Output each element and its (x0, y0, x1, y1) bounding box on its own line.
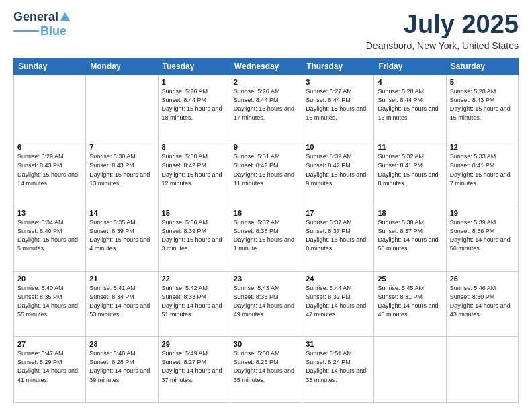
calendar-day-cell: 17Sunrise: 5:37 AM Sunset: 8:37 PM Dayli… (302, 206, 374, 272)
calendar-day-cell (374, 337, 446, 403)
calendar-day-cell: 9Sunrise: 5:31 AM Sunset: 8:42 PM Daylig… (230, 140, 302, 206)
day-info: Sunrise: 5:44 AM Sunset: 8:32 PM Dayligh… (306, 284, 370, 319)
day-number: 5 (450, 78, 515, 86)
day-number: 24 (306, 275, 370, 283)
day-info: Sunrise: 5:29 AM Sunset: 8:43 PM Dayligh… (17, 152, 82, 187)
day-number: 30 (234, 340, 298, 348)
day-number: 14 (89, 209, 154, 217)
day-number: 21 (89, 275, 154, 283)
calendar-day-cell: 18Sunrise: 5:38 AM Sunset: 8:37 PM Dayli… (374, 206, 446, 272)
title-block: July 2025 Deansboro, New York, United St… (366, 11, 519, 51)
day-info: Sunrise: 5:37 AM Sunset: 8:37 PM Dayligh… (306, 218, 370, 253)
calendar-day-cell: 27Sunrise: 5:47 AM Sunset: 8:29 PM Dayli… (14, 337, 86, 403)
calendar-header-row: SundayMondayTuesdayWednesdayThursdayFrid… (14, 58, 519, 75)
day-number: 4 (378, 78, 442, 86)
day-number: 17 (306, 209, 370, 217)
calendar-day-cell: 5Sunrise: 5:28 AM Sunset: 8:43 PM Daylig… (446, 75, 518, 140)
day-number: 15 (162, 209, 226, 217)
logo-underline (13, 30, 39, 32)
day-number: 18 (378, 209, 442, 217)
calendar-day-cell: 12Sunrise: 5:33 AM Sunset: 8:41 PM Dayli… (446, 140, 518, 206)
day-info: Sunrise: 5:43 AM Sunset: 8:33 PM Dayligh… (234, 284, 298, 319)
day-number: 23 (234, 275, 298, 283)
day-number: 16 (234, 209, 298, 217)
logo: General Blue (13, 11, 70, 38)
day-info: Sunrise: 5:32 AM Sunset: 8:42 PM Dayligh… (306, 152, 370, 187)
day-info: Sunrise: 5:28 AM Sunset: 8:44 PM Dayligh… (378, 87, 442, 122)
calendar-day-cell: 30Sunrise: 5:50 AM Sunset: 8:25 PM Dayli… (230, 337, 302, 403)
calendar-day-cell: 14Sunrise: 5:35 AM Sunset: 8:39 PM Dayli… (86, 206, 158, 272)
calendar-day-cell: 8Sunrise: 5:30 AM Sunset: 8:42 PM Daylig… (158, 140, 230, 206)
day-number: 31 (306, 340, 370, 348)
day-info: Sunrise: 5:46 AM Sunset: 8:30 PM Dayligh… (450, 284, 515, 319)
day-info: Sunrise: 5:30 AM Sunset: 8:42 PM Dayligh… (162, 152, 226, 187)
day-number: 25 (378, 275, 442, 283)
day-number: 22 (162, 275, 226, 283)
logo-triangle-icon (60, 12, 70, 21)
day-of-week-header: Tuesday (158, 58, 230, 75)
calendar-body: 1Sunrise: 5:26 AM Sunset: 8:44 PM Daylig… (14, 75, 519, 402)
day-info: Sunrise: 5:35 AM Sunset: 8:39 PM Dayligh… (89, 218, 154, 253)
calendar-week-row: 1Sunrise: 5:26 AM Sunset: 8:44 PM Daylig… (14, 75, 519, 140)
page: General Blue July 2025 Deansboro, New Yo… (0, 0, 532, 411)
calendar-day-cell: 2Sunrise: 5:26 AM Sunset: 8:44 PM Daylig… (230, 75, 302, 140)
day-info: Sunrise: 5:28 AM Sunset: 8:43 PM Dayligh… (450, 87, 515, 122)
day-number: 19 (450, 209, 515, 217)
calendar-day-cell: 26Sunrise: 5:46 AM Sunset: 8:30 PM Dayli… (446, 271, 518, 337)
calendar-day-cell: 31Sunrise: 5:51 AM Sunset: 8:24 PM Dayli… (302, 337, 374, 403)
calendar-day-cell: 3Sunrise: 5:27 AM Sunset: 8:44 PM Daylig… (302, 75, 374, 140)
day-info: Sunrise: 5:49 AM Sunset: 8:27 PM Dayligh… (162, 349, 226, 384)
calendar-day-cell: 1Sunrise: 5:26 AM Sunset: 8:44 PM Daylig… (158, 75, 230, 140)
calendar-day-cell: 20Sunrise: 5:40 AM Sunset: 8:35 PM Dayli… (14, 271, 86, 337)
calendar-day-cell: 24Sunrise: 5:44 AM Sunset: 8:32 PM Dayli… (302, 271, 374, 337)
calendar-day-cell: 7Sunrise: 5:30 AM Sunset: 8:43 PM Daylig… (86, 140, 158, 206)
calendar-day-cell: 25Sunrise: 5:45 AM Sunset: 8:31 PM Dayli… (374, 271, 446, 337)
day-info: Sunrise: 5:32 AM Sunset: 8:41 PM Dayligh… (378, 152, 442, 187)
day-of-week-header: Friday (374, 58, 446, 75)
location: Deansboro, New York, United States (366, 40, 519, 51)
day-number: 9 (234, 143, 298, 151)
day-of-week-header: Thursday (302, 58, 374, 75)
day-info: Sunrise: 5:45 AM Sunset: 8:31 PM Dayligh… (378, 284, 442, 319)
day-number: 2 (234, 78, 298, 86)
day-number: 20 (17, 275, 82, 283)
day-number: 13 (17, 209, 82, 217)
calendar-day-cell (446, 337, 518, 403)
day-number: 26 (450, 275, 515, 283)
day-info: Sunrise: 5:30 AM Sunset: 8:43 PM Dayligh… (89, 152, 154, 187)
calendar-day-cell (86, 75, 158, 140)
day-number: 8 (162, 143, 226, 151)
calendar-week-row: 6Sunrise: 5:29 AM Sunset: 8:43 PM Daylig… (14, 140, 519, 206)
calendar-day-cell: 13Sunrise: 5:34 AM Sunset: 8:40 PM Dayli… (14, 206, 86, 272)
calendar-week-row: 27Sunrise: 5:47 AM Sunset: 8:29 PM Dayli… (14, 337, 519, 403)
day-number: 7 (89, 143, 154, 151)
header: General Blue July 2025 Deansboro, New Yo… (13, 11, 519, 51)
day-of-week-header: Monday (86, 58, 158, 75)
day-info: Sunrise: 5:39 AM Sunset: 8:36 PM Dayligh… (450, 218, 515, 253)
calendar-day-cell: 16Sunrise: 5:37 AM Sunset: 8:38 PM Dayli… (230, 206, 302, 272)
calendar-week-row: 13Sunrise: 5:34 AM Sunset: 8:40 PM Dayli… (14, 206, 519, 272)
day-info: Sunrise: 5:37 AM Sunset: 8:38 PM Dayligh… (234, 218, 298, 253)
day-number: 11 (378, 143, 442, 151)
day-info: Sunrise: 5:31 AM Sunset: 8:42 PM Dayligh… (234, 152, 298, 187)
day-info: Sunrise: 5:50 AM Sunset: 8:25 PM Dayligh… (234, 349, 298, 384)
day-info: Sunrise: 5:48 AM Sunset: 8:28 PM Dayligh… (89, 349, 154, 384)
calendar-day-cell: 6Sunrise: 5:29 AM Sunset: 8:43 PM Daylig… (14, 140, 86, 206)
day-of-week-header: Wednesday (230, 58, 302, 75)
logo-text-blue: Blue (40, 24, 66, 38)
day-number: 3 (306, 78, 370, 86)
day-info: Sunrise: 5:26 AM Sunset: 8:44 PM Dayligh… (162, 87, 226, 122)
logo-text-general: General (13, 11, 58, 24)
day-number: 1 (162, 78, 226, 86)
day-number: 6 (17, 143, 82, 151)
calendar-day-cell: 21Sunrise: 5:41 AM Sunset: 8:34 PM Dayli… (86, 271, 158, 337)
calendar-day-cell (14, 75, 86, 140)
day-number: 12 (450, 143, 515, 151)
day-number: 27 (17, 340, 82, 348)
day-of-week-header: Saturday (446, 58, 518, 75)
day-info: Sunrise: 5:33 AM Sunset: 8:41 PM Dayligh… (450, 152, 515, 187)
calendar-day-cell: 4Sunrise: 5:28 AM Sunset: 8:44 PM Daylig… (374, 75, 446, 140)
day-number: 10 (306, 143, 370, 151)
day-number: 29 (162, 340, 226, 348)
calendar-day-cell: 23Sunrise: 5:43 AM Sunset: 8:33 PM Dayli… (230, 271, 302, 337)
